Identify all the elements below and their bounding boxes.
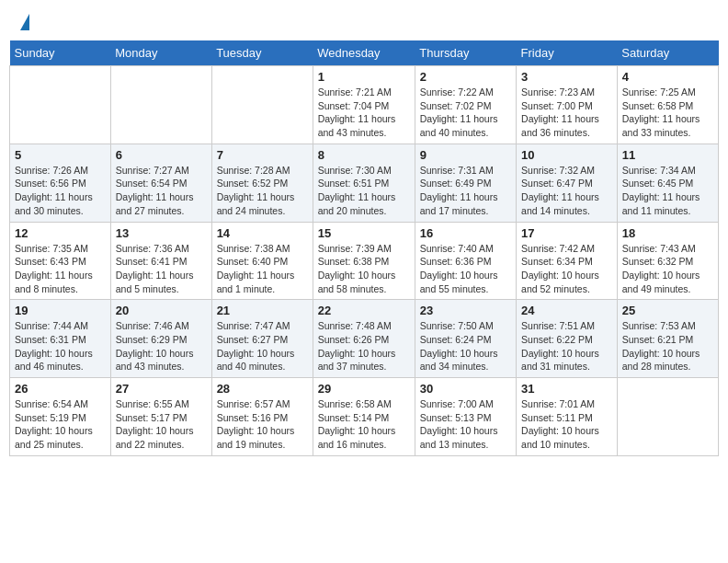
day-number: 27 <box>116 382 207 396</box>
day-info: Sunrise: 7:47 AM Sunset: 6:27 PM Dayligh… <box>217 319 308 373</box>
day-info: Sunrise: 7:23 AM Sunset: 7:00 PM Dayligh… <box>521 86 612 140</box>
calendar-day-cell: 5Sunrise: 7:26 AM Sunset: 6:56 PM Daylig… <box>10 144 111 222</box>
calendar-day-cell: 22Sunrise: 7:48 AM Sunset: 6:26 PM Dayli… <box>313 300 415 378</box>
calendar-day-cell: 24Sunrise: 7:51 AM Sunset: 6:22 PM Dayli… <box>517 300 618 378</box>
calendar-day-cell: 7Sunrise: 7:28 AM Sunset: 6:52 PM Daylig… <box>211 144 313 222</box>
day-info: Sunrise: 7:32 AM Sunset: 6:47 PM Dayligh… <box>521 164 612 218</box>
day-number: 20 <box>116 304 207 317</box>
calendar-day-cell: 29Sunrise: 6:58 AM Sunset: 5:14 PM Dayli… <box>313 378 415 456</box>
calendar-day-cell: 16Sunrise: 7:40 AM Sunset: 6:36 PM Dayli… <box>415 222 516 300</box>
calendar-day-cell: 31Sunrise: 7:01 AM Sunset: 5:11 PM Dayli… <box>517 378 618 456</box>
day-number: 29 <box>318 382 410 396</box>
day-number: 24 <box>521 304 612 317</box>
day-number: 15 <box>318 226 410 240</box>
day-info: Sunrise: 7:01 AM Sunset: 5:11 PM Dayligh… <box>521 397 612 452</box>
calendar-day-header: Monday <box>110 40 211 66</box>
day-number: 1 <box>318 70 410 84</box>
calendar-day-cell: 2Sunrise: 7:22 AM Sunset: 7:02 PM Daylig… <box>415 66 516 144</box>
day-number: 21 <box>217 304 308 317</box>
calendar-day-cell: 23Sunrise: 7:50 AM Sunset: 6:24 PM Dayli… <box>415 300 516 378</box>
day-info: Sunrise: 7:46 AM Sunset: 6:29 PM Dayligh… <box>116 319 207 373</box>
calendar-day-cell <box>617 378 718 456</box>
calendar-day-cell: 9Sunrise: 7:31 AM Sunset: 6:49 PM Daylig… <box>415 144 516 222</box>
calendar-week-row: 19Sunrise: 7:44 AM Sunset: 6:31 PM Dayli… <box>10 300 719 378</box>
calendar-day-cell: 4Sunrise: 7:25 AM Sunset: 6:58 PM Daylig… <box>617 66 718 144</box>
day-info: Sunrise: 7:42 AM Sunset: 6:34 PM Dayligh… <box>521 242 612 296</box>
day-info: Sunrise: 7:43 AM Sunset: 6:32 PM Dayligh… <box>622 242 713 296</box>
day-number: 22 <box>318 304 410 317</box>
calendar-day-cell: 30Sunrise: 7:00 AM Sunset: 5:13 PM Dayli… <box>415 378 516 456</box>
calendar-day-cell <box>110 66 211 144</box>
calendar-day-cell <box>10 66 111 144</box>
calendar-day-cell: 21Sunrise: 7:47 AM Sunset: 6:27 PM Dayli… <box>211 300 313 378</box>
day-info: Sunrise: 7:31 AM Sunset: 6:49 PM Dayligh… <box>420 164 511 218</box>
day-number: 23 <box>420 304 511 317</box>
day-info: Sunrise: 7:38 AM Sunset: 6:40 PM Dayligh… <box>217 242 308 296</box>
day-number: 18 <box>622 226 713 240</box>
day-info: Sunrise: 7:00 AM Sunset: 5:13 PM Dayligh… <box>420 397 511 452</box>
day-number: 9 <box>420 148 511 162</box>
day-info: Sunrise: 7:51 AM Sunset: 6:22 PM Dayligh… <box>521 319 612 373</box>
logo-triangle-icon <box>20 14 29 30</box>
calendar-day-cell: 26Sunrise: 6:54 AM Sunset: 5:19 PM Dayli… <box>10 378 111 456</box>
day-info: Sunrise: 7:40 AM Sunset: 6:36 PM Dayligh… <box>420 242 511 296</box>
day-number: 10 <box>521 148 612 162</box>
day-number: 30 <box>420 382 511 396</box>
calendar-day-cell: 28Sunrise: 6:57 AM Sunset: 5:16 PM Dayli… <box>211 378 313 456</box>
calendar-day-cell: 8Sunrise: 7:30 AM Sunset: 6:51 PM Daylig… <box>313 144 415 222</box>
calendar-day-cell: 19Sunrise: 7:44 AM Sunset: 6:31 PM Dayli… <box>10 300 111 378</box>
day-info: Sunrise: 7:26 AM Sunset: 6:56 PM Dayligh… <box>15 164 106 218</box>
day-number: 19 <box>15 304 106 317</box>
day-number: 31 <box>521 382 612 396</box>
day-info: Sunrise: 7:44 AM Sunset: 6:31 PM Dayligh… <box>15 319 106 373</box>
calendar-week-row: 12Sunrise: 7:35 AM Sunset: 6:43 PM Dayli… <box>10 222 719 300</box>
calendar-day-header: Wednesday <box>313 40 415 66</box>
day-info: Sunrise: 7:25 AM Sunset: 6:58 PM Dayligh… <box>622 86 713 140</box>
calendar-day-cell: 14Sunrise: 7:38 AM Sunset: 6:40 PM Dayli… <box>211 222 313 300</box>
calendar-day-cell: 12Sunrise: 7:35 AM Sunset: 6:43 PM Dayli… <box>10 222 111 300</box>
day-info: Sunrise: 7:21 AM Sunset: 7:04 PM Dayligh… <box>318 86 410 140</box>
calendar-day-cell: 18Sunrise: 7:43 AM Sunset: 6:32 PM Dayli… <box>617 222 718 300</box>
day-number: 13 <box>116 226 207 240</box>
day-number: 2 <box>420 70 511 84</box>
day-number: 3 <box>521 70 612 84</box>
calendar-day-cell: 3Sunrise: 7:23 AM Sunset: 7:00 PM Daylig… <box>517 66 618 144</box>
calendar-day-cell: 10Sunrise: 7:32 AM Sunset: 6:47 PM Dayli… <box>517 144 618 222</box>
day-info: Sunrise: 7:27 AM Sunset: 6:54 PM Dayligh… <box>116 164 207 218</box>
calendar-day-header: Sunday <box>10 40 111 66</box>
day-number: 4 <box>622 70 713 84</box>
day-number: 6 <box>116 148 207 162</box>
calendar-day-cell: 27Sunrise: 6:55 AM Sunset: 5:17 PM Dayli… <box>110 378 211 456</box>
day-number: 11 <box>622 148 713 162</box>
day-number: 26 <box>15 382 106 396</box>
page-header <box>9 9 719 31</box>
day-number: 25 <box>622 304 713 317</box>
day-number: 5 <box>15 148 106 162</box>
day-info: Sunrise: 7:48 AM Sunset: 6:26 PM Dayligh… <box>318 319 410 373</box>
day-number: 17 <box>521 226 612 240</box>
calendar-day-header: Tuesday <box>211 40 313 66</box>
day-info: Sunrise: 6:57 AM Sunset: 5:16 PM Dayligh… <box>217 397 308 452</box>
calendar-table: SundayMondayTuesdayWednesdayThursdayFrid… <box>9 40 719 456</box>
day-number: 8 <box>318 148 410 162</box>
day-info: Sunrise: 6:55 AM Sunset: 5:17 PM Dayligh… <box>116 397 207 452</box>
calendar-week-row: 1Sunrise: 7:21 AM Sunset: 7:04 PM Daylig… <box>10 66 719 144</box>
calendar-day-header: Thursday <box>415 40 516 66</box>
day-number: 12 <box>15 226 106 240</box>
calendar-day-cell: 6Sunrise: 7:27 AM Sunset: 6:54 PM Daylig… <box>110 144 211 222</box>
calendar-day-cell: 20Sunrise: 7:46 AM Sunset: 6:29 PM Dayli… <box>110 300 211 378</box>
calendar-header-row: SundayMondayTuesdayWednesdayThursdayFrid… <box>10 40 719 66</box>
day-info: Sunrise: 7:39 AM Sunset: 6:38 PM Dayligh… <box>318 242 410 296</box>
day-info: Sunrise: 7:22 AM Sunset: 7:02 PM Dayligh… <box>420 86 511 140</box>
day-info: Sunrise: 7:53 AM Sunset: 6:21 PM Dayligh… <box>622 319 713 373</box>
day-number: 7 <box>217 148 308 162</box>
calendar-day-header: Friday <box>517 40 618 66</box>
logo <box>18 14 29 27</box>
day-info: Sunrise: 6:58 AM Sunset: 5:14 PM Dayligh… <box>318 397 410 452</box>
calendar-day-cell: 11Sunrise: 7:34 AM Sunset: 6:45 PM Dayli… <box>617 144 718 222</box>
calendar-week-row: 26Sunrise: 6:54 AM Sunset: 5:19 PM Dayli… <box>10 378 719 456</box>
day-number: 14 <box>217 226 308 240</box>
day-info: Sunrise: 7:34 AM Sunset: 6:45 PM Dayligh… <box>622 164 713 218</box>
calendar-day-cell: 13Sunrise: 7:36 AM Sunset: 6:41 PM Dayli… <box>110 222 211 300</box>
calendar-day-cell: 1Sunrise: 7:21 AM Sunset: 7:04 PM Daylig… <box>313 66 415 144</box>
